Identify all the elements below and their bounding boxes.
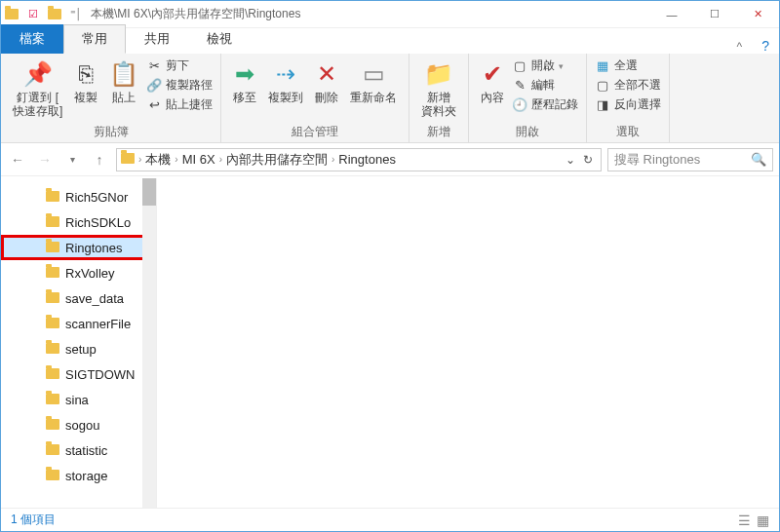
rename-button[interactable]: ▭重新命名	[346, 56, 401, 106]
folder-icon	[46, 468, 59, 483]
tree-scroll-thumb[interactable]	[142, 178, 156, 206]
copy-path-button[interactable]: 🔗複製路徑	[146, 77, 213, 94]
folder-icon	[46, 392, 59, 407]
move-to-button[interactable]: ➡移至	[229, 56, 260, 106]
details-view-icon[interactable]: ☰	[738, 513, 751, 528]
search-icon: 🔍	[751, 152, 766, 167]
folder-icon	[46, 189, 59, 205]
delete-button[interactable]: ✕刪除	[311, 56, 342, 106]
group-new-label: 新增	[417, 124, 460, 142]
search-input[interactable]: 搜尋 Ringtones 🔍	[607, 148, 773, 171]
tab-file[interactable]: 檔案	[1, 24, 63, 54]
tree-item-scannerfile[interactable]: scannerFile	[1, 311, 156, 336]
tab-share[interactable]: 共用	[126, 24, 188, 54]
folder-icon	[1, 9, 22, 19]
tree-item-sina[interactable]: sina	[1, 387, 156, 412]
nav-recent-button[interactable]: ▾	[61, 154, 83, 165]
addr-dropdown-icon[interactable]: ⌄	[566, 153, 575, 167]
help-icon[interactable]: ?	[752, 38, 779, 54]
open-button[interactable]: ▢開啟▾	[512, 57, 578, 74]
tree-scrollbar[interactable]	[142, 178, 156, 508]
pin-quickaccess-button[interactable]: 📌 釘選到 [快速存取]	[9, 56, 66, 121]
tab-home[interactable]: 常用	[63, 24, 126, 54]
tree-item-label: sina	[65, 393, 89, 407]
paste-icon: 📋	[109, 57, 138, 91]
navigation-tree[interactable]: Rich5GNorRichSDKLoRingtonesRxVolleysave_…	[1, 178, 157, 508]
refresh-icon[interactable]: ↻	[583, 153, 593, 167]
invert-icon: ◨	[595, 97, 610, 112]
tree-item-setup[interactable]: setup	[1, 336, 156, 361]
crumb-1[interactable]: MI 6X	[182, 152, 215, 167]
properties-icon: ✔	[483, 57, 502, 91]
paste-button[interactable]: 📋 貼上	[105, 56, 142, 106]
copy-to-button[interactable]: ⇢複製到	[264, 56, 307, 106]
nav-up-button[interactable]: ↑	[89, 152, 110, 168]
group-open-label: 開啟	[477, 124, 578, 142]
tree-item-ringtones[interactable]: Ringtones	[1, 235, 156, 260]
tree-item-label: SIGTDOWN	[65, 367, 136, 382]
group-clipboard-label: 剪貼簿	[9, 124, 213, 142]
history-button[interactable]: 🕘歷程記錄	[512, 96, 578, 113]
tree-item-label: sogou	[65, 418, 99, 433]
status-text: 1 個項目	[11, 512, 56, 528]
tab-view[interactable]: 檢視	[188, 24, 251, 54]
copy-icon: ⎘	[79, 57, 93, 91]
ribbon-collapse-icon[interactable]: ^	[727, 40, 753, 54]
group-select-label: 選取	[595, 124, 661, 142]
history-icon: 🕘	[512, 97, 527, 112]
copy-button[interactable]: ⎘ 複製	[70, 56, 101, 106]
maximize-button[interactable]: ☐	[693, 1, 736, 27]
minimize-button[interactable]: —	[650, 1, 693, 27]
selectnone-icon: ▢	[595, 78, 610, 93]
tree-item-label: RichSDKLo	[65, 215, 131, 230]
crumb-3[interactable]: Ringtones	[338, 152, 396, 167]
crumb-2[interactable]: 內部共用儲存空間	[226, 151, 328, 169]
edit-button[interactable]: ✎編輯	[512, 77, 578, 94]
newfolder-icon: 📁	[424, 57, 453, 91]
checkbox-icon[interactable]: ☑	[22, 8, 44, 20]
paste-shortcut-button[interactable]: ↩貼上捷徑	[146, 96, 213, 113]
tree-item-sigtdown[interactable]: SIGTDOWN	[1, 361, 156, 387]
nav-forward-button[interactable]: →	[34, 152, 56, 168]
tree-item-rich5gnor[interactable]: Rich5GNor	[1, 184, 156, 209]
select-none-button[interactable]: ▢全部不選	[595, 77, 661, 94]
crumb-0[interactable]: 本機	[145, 151, 171, 169]
file-list-pane[interactable]	[157, 178, 779, 508]
tree-item-storage[interactable]: storage	[1, 463, 156, 488]
folder-icon	[46, 265, 59, 281]
invert-selection-button[interactable]: ◨反向選擇	[595, 96, 661, 113]
address-bar[interactable]: › 本機› MI 6X› 內部共用儲存空間› Ringtones ⌄↻	[116, 148, 602, 171]
moveto-icon: ➡	[235, 57, 254, 91]
shortcut-icon: ↩	[146, 97, 162, 112]
tree-item-rxvolley[interactable]: RxVolley	[1, 260, 156, 285]
folder-icon	[46, 417, 59, 433]
tree-item-label: statistic	[65, 443, 107, 458]
open-icon: ▢	[512, 58, 527, 73]
properties-button[interactable]: ✔內容	[477, 56, 508, 106]
folder-icon	[46, 316, 59, 331]
new-folder-button[interactable]: 📁新增資料夾	[417, 56, 460, 121]
nav-back-button[interactable]: ←	[7, 152, 28, 168]
folder-icon	[46, 240, 59, 255]
select-all-button[interactable]: ▦全選	[595, 57, 661, 74]
tree-item-statistic[interactable]: statistic	[1, 437, 156, 463]
tree-item-label: setup	[65, 342, 97, 357]
tree-item-sogou[interactable]: sogou	[1, 412, 156, 437]
thumbnails-view-icon[interactable]: ▦	[757, 513, 769, 528]
folder-small-icon	[44, 9, 65, 19]
folder-icon	[46, 290, 59, 306]
close-button[interactable]: ✕	[736, 1, 779, 27]
qat-overflow-icon[interactable]: ⁼│	[65, 8, 87, 20]
window-title: 本機\MI 6X\內部共用儲存空間\Ringtones	[91, 6, 650, 22]
tree-item-save_data[interactable]: save_data	[1, 285, 156, 311]
folder-icon	[46, 366, 59, 382]
folder-icon	[46, 214, 59, 230]
rename-icon: ▭	[363, 57, 385, 91]
pin-icon: 📌	[23, 57, 53, 91]
tree-item-richsdklo[interactable]: RichSDKLo	[1, 209, 156, 235]
copyto-icon: ⇢	[276, 57, 295, 91]
edit-icon: ✎	[512, 78, 527, 93]
group-organize-label: 組合管理	[229, 124, 401, 142]
search-placeholder: 搜尋 Ringtones	[614, 151, 700, 169]
cut-button[interactable]: ✂剪下	[146, 57, 213, 74]
